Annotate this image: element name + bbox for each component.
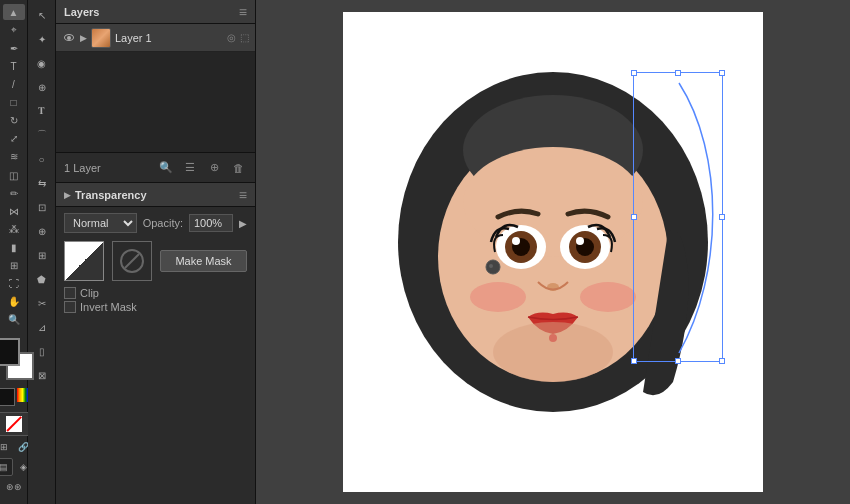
layer-name: Layer 1 bbox=[115, 32, 223, 44]
svg-point-19 bbox=[489, 264, 493, 268]
graph-tool[interactable]: ▮ bbox=[3, 239, 25, 255]
scissors-tool[interactable]: ✂ bbox=[31, 292, 53, 314]
layers-panel-menu-icon[interactable]: ≡ bbox=[239, 4, 247, 20]
gradient-tool[interactable]: ◫ bbox=[3, 167, 25, 183]
invert-mask-label: Invert Mask bbox=[80, 301, 137, 313]
svg-point-15 bbox=[580, 282, 636, 312]
layers-footer: 1 Layer 🔍 ☰ ⊕ 🗑 bbox=[56, 152, 255, 182]
warp-tool[interactable]: ≋ bbox=[3, 149, 25, 165]
opacity-input[interactable] bbox=[189, 214, 233, 232]
artboard-tool[interactable]: ⊞ bbox=[3, 258, 25, 274]
direct-selection-tool[interactable]: ↖ bbox=[31, 4, 53, 26]
clip-row: Clip bbox=[64, 287, 247, 299]
svg-point-12 bbox=[576, 237, 584, 245]
add-anchor-tool[interactable]: ⊕ bbox=[31, 76, 53, 98]
transparency-panel-title: Transparency bbox=[75, 189, 235, 201]
canvas-surface bbox=[343, 12, 763, 492]
clip-label: Clip bbox=[80, 287, 99, 299]
mask-thumbnail-disabled[interactable] bbox=[112, 241, 152, 281]
svg-point-17 bbox=[493, 322, 613, 382]
foreground-color[interactable] bbox=[0, 338, 20, 366]
pen-tool[interactable]: ✒ bbox=[3, 40, 25, 56]
layer-target-icon[interactable]: ◎ bbox=[227, 32, 236, 43]
canvas-area[interactable] bbox=[256, 0, 850, 504]
blob-brush-tool[interactable]: ◉ bbox=[31, 52, 53, 74]
navigator-icon[interactable]: ⊞ bbox=[0, 438, 13, 456]
magic-wand-tool[interactable]: ✦ bbox=[31, 28, 53, 50]
blend-tool[interactable]: ⋈ bbox=[3, 203, 25, 219]
panels-area: Layers ≡ ▶ Layer 1 ◎ ⬚ 1 Layer 🔍 ☰ ⊕ 🗑 bbox=[56, 0, 256, 504]
layer-item[interactable]: ▶ Layer 1 ◎ ⬚ bbox=[56, 24, 255, 52]
toolbox-secondary: ↖ ✦ ◉ ⊕ 𝐓 ⌒ ○ ⇆ ⊡ ⊕ ⊞ ⬟ ✂ ⊿ ▯ ⊠ bbox=[28, 0, 56, 504]
blend-mode-select[interactable]: Normal bbox=[64, 213, 137, 233]
ellipse-tool[interactable]: ○ bbox=[31, 148, 53, 170]
svg-point-4 bbox=[463, 147, 643, 257]
reflect-tool[interactable]: ⇆ bbox=[31, 172, 53, 194]
scale-tool[interactable]: ⤢ bbox=[3, 131, 25, 147]
slice-tool[interactable]: ⛶ bbox=[3, 276, 25, 292]
layers-panel-header: Layers ≡ bbox=[56, 0, 255, 24]
mask-row: Make Mask bbox=[64, 241, 247, 281]
svg-point-14 bbox=[470, 282, 526, 312]
layer-expand-arrow[interactable]: ▶ bbox=[80, 33, 87, 43]
layer-visibility-toggle[interactable] bbox=[62, 31, 76, 45]
invert-mask-row: Invert Mask bbox=[64, 301, 247, 313]
line-tool[interactable]: / bbox=[3, 76, 25, 92]
layers-panel-title: Layers bbox=[64, 6, 99, 18]
perspective-tool[interactable]: ⊿ bbox=[31, 316, 53, 338]
transparency-panel-header: ▶ Transparency ≡ bbox=[56, 183, 255, 207]
transparency-panel: ▶ Transparency ≡ Normal Opacity: ▶ bbox=[56, 183, 255, 504]
make-sublayer-icon[interactable]: ⊕ bbox=[205, 159, 223, 177]
mesh-tool[interactable]: ⊞ bbox=[31, 244, 53, 266]
make-mask-button[interactable]: Make Mask bbox=[160, 250, 247, 272]
zoom-tool[interactable]: 🔍 bbox=[3, 312, 25, 328]
clip-checkbox[interactable] bbox=[64, 287, 76, 299]
layer-thumbnail bbox=[91, 28, 111, 48]
transparency-body: Normal Opacity: ▶ Make Mask Clip bbox=[56, 207, 255, 319]
search-layers-icon[interactable]: 🔍 bbox=[157, 159, 175, 177]
symbol-tool[interactable]: ⁂ bbox=[3, 221, 25, 237]
opacity-label: Opacity: bbox=[143, 217, 183, 229]
svg-point-11 bbox=[512, 237, 520, 245]
shape-builder-tool[interactable]: ⊕ bbox=[31, 220, 53, 242]
delete-layer-icon[interactable]: 🗑 bbox=[229, 159, 247, 177]
transparency-expand-arrow[interactable]: ▶ bbox=[64, 190, 71, 200]
layer-lock-icon[interactable]: ⬚ bbox=[240, 32, 249, 43]
layers-empty-area bbox=[56, 52, 255, 152]
swap-colors-button[interactable] bbox=[0, 388, 15, 406]
transparency-panel-menu-icon[interactable]: ≡ bbox=[239, 187, 247, 203]
layer-count-label: 1 Layer bbox=[64, 162, 151, 174]
type-tool[interactable]: T bbox=[3, 58, 25, 74]
selection-tool[interactable]: ▲ bbox=[3, 4, 25, 20]
hand-tool[interactable]: ✋ bbox=[3, 294, 25, 310]
rotate-tool[interactable]: ↻ bbox=[3, 113, 25, 129]
layers-panel: Layers ≡ ▶ Layer 1 ◎ ⬚ 1 Layer 🔍 ☰ ⊕ 🗑 bbox=[56, 0, 255, 183]
paint-bucket-tool[interactable]: ⬟ bbox=[31, 268, 53, 290]
mask-thumbnail-white[interactable] bbox=[64, 241, 104, 281]
toolbox-primary: ▲ ⌖ ✒ T / □ ↻ ⤢ ≋ ◫ ✏ ⋈ ⁂ ▮ ⊞ ⛶ ✋ 🔍 ⊞ 🔗 … bbox=[0, 0, 28, 504]
rectangle-tool[interactable]: □ bbox=[3, 95, 25, 111]
swatches-icon[interactable]: ▤ bbox=[0, 458, 13, 476]
arc-tool[interactable]: ⌒ bbox=[31, 124, 53, 146]
type-touch-tool[interactable]: 𝐓 bbox=[31, 100, 53, 122]
lasso-tool[interactable]: ⌖ bbox=[3, 22, 25, 38]
free-transform-tool[interactable]: ⊡ bbox=[31, 196, 53, 218]
blend-mode-row: Normal Opacity: ▶ bbox=[64, 213, 247, 233]
opacity-arrow-icon[interactable]: ▶ bbox=[239, 218, 247, 229]
svg-point-18 bbox=[486, 260, 500, 274]
layer-options-icon[interactable]: ☰ bbox=[181, 159, 199, 177]
illustration bbox=[373, 42, 733, 462]
invert-mask-checkbox[interactable] bbox=[64, 301, 76, 313]
eyedropper-tool[interactable]: ✏ bbox=[3, 185, 25, 201]
